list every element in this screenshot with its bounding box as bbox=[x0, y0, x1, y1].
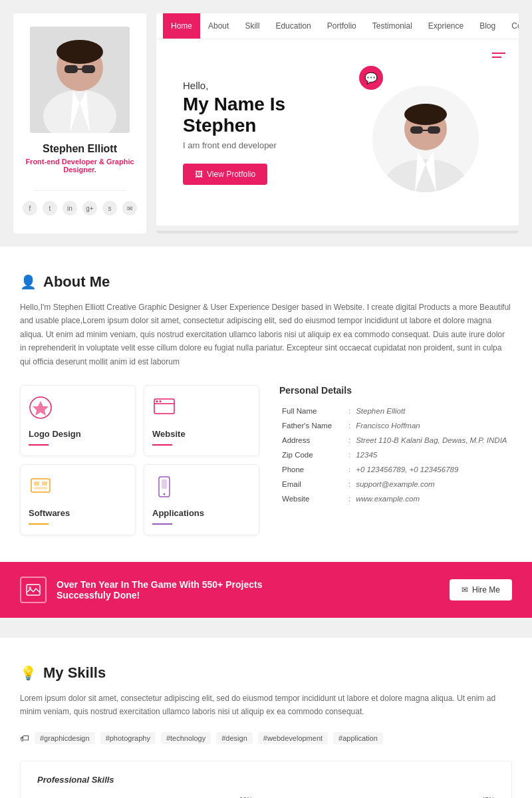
skill-card-applications: Applications bbox=[144, 464, 259, 535]
skills-tags-row: 🏷 #graphicdesign #photography #technolog… bbox=[20, 732, 512, 744]
pd-value-phone: +0 123456789, +0 123456789 bbox=[353, 462, 512, 477]
skype-icon[interactable]: s bbox=[102, 201, 117, 215]
about-grid: Logo Design Website bbox=[20, 385, 512, 535]
svg-rect-4 bbox=[65, 65, 78, 73]
about-section: 👤 About Me Hello,I'm Stephen Elliott Cre… bbox=[0, 247, 532, 562]
svg-point-12 bbox=[404, 104, 447, 125]
nav-skill[interactable]: Skill bbox=[237, 13, 267, 39]
skills-description: Lorem ipsum dolor sit amet, consectetur … bbox=[20, 692, 512, 719]
pd-row-email: Email : support@example.com bbox=[279, 477, 512, 491]
nav-portfolio[interactable]: Portfolio bbox=[319, 13, 364, 39]
logo-design-icon bbox=[29, 396, 53, 424]
about-description: Hello,I'm Stephen Elliott Creative Graph… bbox=[20, 301, 512, 368]
svg-rect-25 bbox=[34, 481, 39, 485]
nav-blog[interactable]: Blog bbox=[471, 13, 503, 39]
pd-sep-website: : bbox=[346, 491, 353, 506]
hero-avatar-circle bbox=[372, 86, 479, 192]
pd-row-website: Website : www.example.com bbox=[279, 491, 512, 506]
lightbulb-icon: 💡 bbox=[20, 665, 37, 681]
banner-image-icon bbox=[20, 577, 47, 603]
skill-card-underline-3 bbox=[152, 523, 172, 525]
svg-point-23 bbox=[160, 400, 162, 402]
user-icon: 👤 bbox=[20, 274, 37, 290]
personal-details-block: Personal Details Full Name : Stephen Ell… bbox=[273, 385, 512, 535]
pd-label-address: Address bbox=[279, 433, 346, 448]
hire-me-label: Hire Me bbox=[472, 585, 500, 595]
svg-rect-5 bbox=[82, 65, 95, 73]
svg-rect-24 bbox=[31, 479, 50, 492]
facebook-icon[interactable]: f bbox=[23, 201, 37, 215]
skill-card-softwares: Softwares bbox=[20, 464, 136, 535]
pd-label-fullname: Full Name bbox=[279, 404, 346, 418]
pd-row-phone: Phone : +0 123456789, +0 123456789 bbox=[279, 462, 512, 477]
nav-experience[interactable]: Exprience bbox=[420, 13, 471, 39]
nav-testimonial[interactable]: Testimonial bbox=[364, 13, 420, 39]
prof-skills-title: Professional Skills bbox=[37, 775, 495, 785]
pd-value-email: support@example.com bbox=[353, 477, 512, 491]
pd-sep-father: : bbox=[346, 418, 353, 433]
website-icon bbox=[152, 396, 176, 424]
pd-sep-phone: : bbox=[346, 462, 353, 477]
hamburger-menu[interactable] bbox=[492, 53, 505, 58]
svg-marker-19 bbox=[33, 401, 49, 416]
profile-title-left: Front-end Developer & Graphic Designer. bbox=[23, 158, 136, 174]
hero-text-block: Hello, My Name Is Stephen I am front end… bbox=[183, 80, 359, 185]
hero-subtitle: I am front end developer bbox=[183, 140, 359, 150]
skills-section: 💡 My Skills Lorem ipsum dolor sit amet, … bbox=[0, 638, 532, 798]
pd-value-father: Francisco Hoffman bbox=[353, 418, 512, 433]
banner-left: Over Ten Year In The Game With 550+ Proj… bbox=[20, 577, 289, 603]
pd-label-website: Website bbox=[279, 491, 346, 506]
left-profile-card: Stephen Elliott Front-end Developer & Gr… bbox=[13, 13, 146, 233]
email-icon[interactable]: ✉ bbox=[122, 201, 137, 215]
skill-card-label-2: Softwares bbox=[29, 508, 70, 518]
right-preview-card: Home About Skill Education Portfolio Tes… bbox=[156, 13, 519, 233]
pd-row-fullname: Full Name : Stephen Elliott bbox=[279, 404, 512, 418]
hero-hello: Hello, bbox=[183, 80, 359, 91]
banner-section: Over Ten Year In The Game With 550+ Proj… bbox=[0, 562, 532, 618]
divider bbox=[35, 190, 125, 191]
nav-contact[interactable]: Contact bbox=[503, 13, 519, 39]
svg-point-29 bbox=[164, 493, 166, 495]
skills-title: My Skills bbox=[43, 664, 106, 682]
twitter-icon[interactable]: t bbox=[43, 201, 57, 215]
skill-card-website: Website bbox=[144, 385, 259, 456]
nav-home[interactable]: Home bbox=[163, 13, 200, 39]
hero-section: Stephen Elliott Front-end Developer & Gr… bbox=[0, 0, 532, 247]
applications-icon bbox=[152, 475, 176, 503]
pd-value-zip: 12345 bbox=[353, 448, 512, 462]
skill-card-underline-0 bbox=[29, 444, 49, 446]
pd-value-website: www.example.com bbox=[353, 491, 512, 506]
nav-education[interactable]: Education bbox=[267, 13, 319, 39]
pd-label-email: Email bbox=[279, 477, 346, 491]
view-portfolio-button[interactable]: 🖼 View Protfolio bbox=[183, 164, 267, 185]
svg-rect-13 bbox=[410, 126, 423, 134]
svg-rect-26 bbox=[42, 481, 47, 485]
hire-me-button[interactable]: ✉ Hire Me bbox=[450, 579, 512, 600]
svg-point-3 bbox=[57, 40, 103, 64]
svg-point-22 bbox=[156, 400, 158, 402]
linkedin-icon[interactable]: in bbox=[63, 201, 77, 215]
social-icons-row: f t in g+ s ✉ bbox=[23, 201, 137, 215]
skill-card-logo-design: Logo Design bbox=[20, 385, 136, 456]
pd-sep-email: : bbox=[346, 477, 353, 491]
svg-rect-14 bbox=[428, 126, 440, 134]
profile-photo-left bbox=[30, 27, 130, 133]
pd-value-fullname: Stephen Elliott bbox=[353, 404, 512, 418]
skill-cards-grid: Logo Design Website bbox=[20, 385, 259, 535]
nav-bar: Home About Skill Education Portfolio Tes… bbox=[156, 13, 519, 39]
hero-content-area: Hello, My Name Is Stephen I am front end… bbox=[156, 39, 519, 225]
tag-webdevelopment: #webdevelopment bbox=[258, 732, 328, 744]
hero-name: My Name Is Stephen bbox=[183, 94, 359, 136]
svg-rect-30 bbox=[162, 479, 167, 489]
googleplus-icon[interactable]: g+ bbox=[82, 201, 97, 215]
tag-photography: #photography bbox=[100, 732, 156, 744]
tag-technology: #technology bbox=[161, 732, 211, 744]
about-header: 👤 About Me bbox=[20, 273, 512, 291]
pd-row-address: Address : Street 110-B Kalani Bag, Dewas… bbox=[279, 433, 512, 448]
banner-text: Over Ten Year In The Game With 550+ Proj… bbox=[57, 579, 289, 600]
skill-card-label-1: Website bbox=[152, 429, 186, 439]
pd-label-phone: Phone bbox=[279, 462, 346, 477]
image-icon: 🖼 bbox=[195, 170, 203, 179]
nav-about[interactable]: About bbox=[200, 13, 237, 39]
view-portfolio-label: View Protfolio bbox=[207, 170, 255, 179]
